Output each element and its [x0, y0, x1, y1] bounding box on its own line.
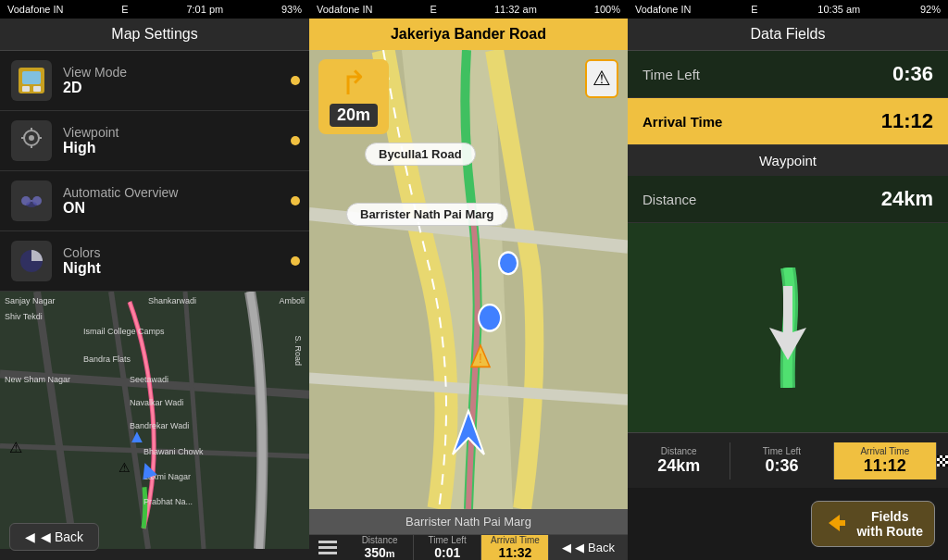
auto-overview-icon: [11, 180, 52, 221]
auto-overview-dot: [291, 196, 300, 205]
road-label-byculla: Byculla1 Road: [365, 143, 476, 166]
fields-with-route-button[interactable]: Fieldswith Route: [811, 501, 935, 547]
warning-triangle-map: ⚠: [118, 460, 131, 475]
time-left-value: 0:36: [892, 62, 933, 86]
colors-value: Night: [63, 260, 298, 277]
nav-stat-time-left: Time Left 0:01: [414, 535, 481, 560]
bottom-arrival-label: Arrival Time: [834, 446, 936, 456]
nav-map: ! ↱ 20m ⚠ Byculla1 Road Barrister Nath P…: [309, 50, 628, 509]
view-mode-value: 2D: [63, 80, 298, 96]
menu-icon-btn[interactable]: [309, 535, 346, 560]
signal-left: E: [121, 4, 128, 15]
svg-rect-27: [318, 552, 337, 554]
colors-item[interactable]: Colors Night: [0, 231, 309, 292]
svg-point-22: [499, 252, 518, 274]
view-mode-icon: [11, 60, 52, 101]
nav-stat-arrival: Arrival Time 11:32: [481, 535, 549, 560]
warning-sign: ⚠: [585, 59, 618, 98]
carrier-mid: Vodafone IN: [317, 4, 373, 15]
label-shankarwadi: Shankarwadi: [148, 296, 196, 305]
svg-rect-25: [318, 541, 337, 543]
turn-arrow-icon: ↱: [340, 67, 368, 100]
label-s-road: S. Road: [293, 335, 303, 366]
nav-stat-distance: Distance 350m: [346, 535, 414, 560]
nav-road-header: Jakeriya Bander Road: [309, 19, 628, 50]
label-shiv-tekdi: Shiv Tekdi: [5, 312, 43, 321]
checkerboard-icon: [937, 455, 948, 467]
turn-indicator: ↱ 20m: [318, 59, 389, 134]
viewpoint-label: Viewpoint: [63, 125, 298, 140]
signal-right: E: [751, 4, 757, 15]
battery-mid: 100%: [594, 4, 620, 15]
road-sign-map: ⚠: [9, 439, 22, 456]
bottom-stat-arrival: Arrival Time 11:12: [834, 442, 937, 479]
back-button-mid[interactable]: ◀ ◀ Back: [549, 535, 628, 560]
view-mode-item[interactable]: View Mode 2D: [0, 51, 309, 111]
svg-rect-26: [318, 546, 337, 549]
carrier-right: Vodafone IN: [635, 4, 692, 15]
bottom-distance-label: Distance: [628, 446, 730, 456]
label-bandra-flats: Bandra Flats: [83, 355, 131, 364]
signal-mid: E: [430, 4, 437, 15]
label-navalkar-wadi: Navalkar Wadi: [130, 398, 183, 407]
right-map-area: [628, 223, 948, 432]
colors-text: Colors Night: [63, 245, 298, 277]
right-panel: Vodafone IN E 10:35 am 92% Data Fields T…: [628, 0, 948, 560]
fields-with-route-label: Fieldswith Route: [856, 509, 923, 539]
time-left: 7:01 pm: [186, 4, 223, 15]
bottom-timeleft-label: Time Left: [730, 446, 832, 456]
time-left-label: Time Left: [642, 67, 700, 82]
viewpoint-item[interactable]: Viewpoint High: [0, 111, 309, 171]
viewpoint-text: Viewpoint High: [63, 125, 298, 156]
svg-rect-3: [33, 86, 41, 92]
svg-point-5: [29, 135, 34, 141]
view-mode-text: View Mode 2D: [63, 65, 298, 96]
svg-rect-2: [22, 86, 30, 92]
back-label-mid: ◀ Back: [575, 541, 615, 554]
nav-arrow-2: ▲: [128, 426, 146, 447]
battery-left: 93%: [281, 4, 302, 15]
data-fields-title: Data Fields: [628, 19, 948, 51]
viewpoint-dot: [291, 136, 300, 145]
time-left-row: Time Left 0:36: [628, 51, 948, 98]
status-bar-left: Vodafone IN E 7:01 pm 93%: [0, 0, 309, 19]
time-mid: 11:32 am: [494, 4, 537, 15]
svg-marker-30: [829, 515, 845, 531]
colors-label: Colors: [63, 245, 298, 260]
distance-row: Distance 24km: [628, 176, 948, 223]
auto-overview-label: Automatic Overview: [63, 185, 298, 200]
svg-point-13: [26, 202, 37, 207]
label-prabhat: Prabhat Na...: [143, 497, 193, 506]
label-ismail-college: Ismail College Camps: [83, 327, 165, 336]
nav-stats-strip: Distance 350m Time Left 0:01 Arrival Tim…: [309, 534, 628, 560]
auto-overview-value: ON: [63, 200, 298, 217]
battery-right: 92%: [920, 4, 941, 15]
distance-label: Distance: [642, 192, 696, 207]
nav-bottom-road: Barrister Nath Pai Marg: [309, 509, 628, 534]
back-icon-left: ◀: [25, 529, 35, 544]
svg-point-21: [479, 305, 501, 330]
viewpoint-icon: [11, 120, 52, 161]
arrival-time-value: 11:12: [881, 109, 933, 133]
status-bar-right: Vodafone IN E 10:35 am 92%: [628, 0, 948, 19]
turn-distance: 20m: [330, 104, 378, 127]
colors-icon: [11, 241, 52, 281]
back-icon-mid: ◀: [562, 541, 571, 554]
back-button-left[interactable]: ◀ ◀ Back: [9, 523, 99, 551]
distance-value: 24km: [881, 187, 933, 211]
map-settings-title: Map Settings: [0, 19, 309, 51]
svg-text:!: !: [479, 351, 481, 366]
bottom-stats-strip: Distance 24km Time Left 0:36 Arrival Tim…: [628, 432, 948, 488]
view-mode-label: View Mode: [63, 65, 298, 80]
label-new-sham-nagar: New Sham Nagar: [5, 375, 70, 384]
auto-overview-item[interactable]: Automatic Overview ON: [0, 171, 309, 231]
bottom-stat-time-left: Time Left 0:36: [730, 442, 833, 479]
label-sanjay-nagar: Sanjay Nagar: [5, 296, 56, 305]
view-mode-dot: [291, 76, 300, 85]
label-amboli: Amboli: [279, 296, 305, 305]
arrival-time-label: Arrival Time: [642, 114, 722, 130]
arrival-time-row: Arrival Time 11:12: [628, 98, 948, 145]
svg-rect-1: [22, 71, 41, 84]
carrier-left: Vodafone IN: [7, 4, 64, 15]
viewpoint-value: High: [63, 140, 298, 156]
